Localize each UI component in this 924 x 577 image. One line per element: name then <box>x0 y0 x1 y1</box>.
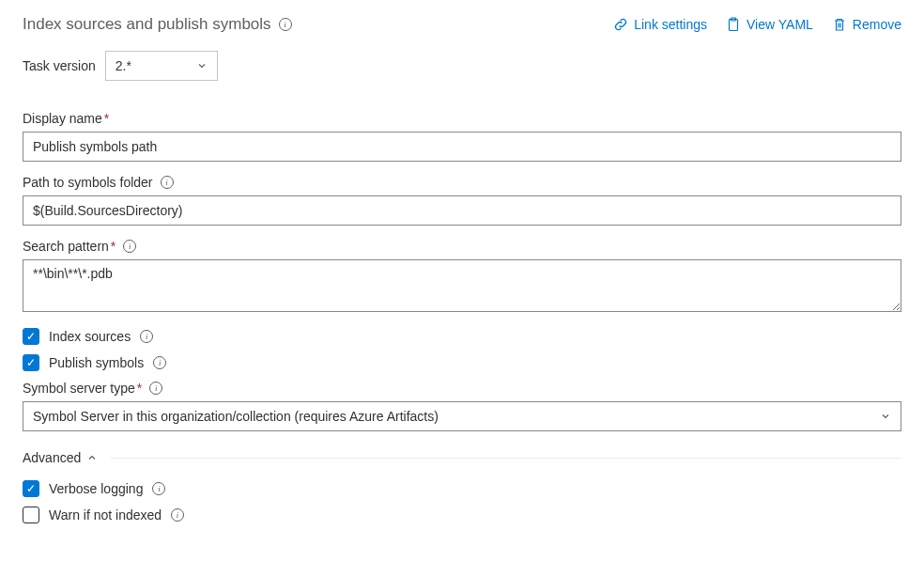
advanced-label: Advanced <box>23 450 81 465</box>
trash-icon <box>832 17 847 32</box>
symbol-server-type-value: Symbol Server in this organization/colle… <box>33 409 439 424</box>
info-icon[interactable]: i <box>152 482 165 495</box>
view-yaml-label: View YAML <box>747 17 813 32</box>
warn-if-not-indexed-checkbox[interactable] <box>23 507 39 523</box>
remove-button[interactable]: Remove <box>832 17 901 32</box>
path-to-symbols-label: Path to symbols folder <box>23 175 153 190</box>
info-icon[interactable]: i <box>279 18 292 31</box>
search-pattern-input[interactable] <box>23 259 901 312</box>
info-icon[interactable]: i <box>153 356 166 369</box>
info-icon[interactable]: i <box>171 508 184 522</box>
checkmark-icon: ✓ <box>26 357 36 368</box>
warn-if-not-indexed-label: Warn if not indexed <box>49 507 162 522</box>
view-yaml-button[interactable]: View YAML <box>726 17 813 32</box>
symbol-server-type-select[interactable]: Symbol Server in this organization/colle… <box>23 401 901 431</box>
page-title: Index sources and publish symbols <box>23 15 271 34</box>
info-icon[interactable]: i <box>149 382 162 395</box>
remove-label: Remove <box>853 17 901 32</box>
index-sources-checkbox[interactable]: ✓ <box>23 328 39 345</box>
info-icon[interactable]: i <box>140 330 153 343</box>
advanced-section-toggle[interactable]: Advanced <box>23 450 901 465</box>
section-divider <box>111 458 901 459</box>
checkmark-icon: ✓ <box>26 331 36 342</box>
chevron-down-icon <box>196 60 208 71</box>
index-sources-label: Index sources <box>49 329 131 344</box>
info-icon[interactable]: i <box>123 240 136 253</box>
display-name-input[interactable] <box>23 132 901 162</box>
verbose-logging-label: Verbose logging <box>49 481 143 496</box>
publish-symbols-checkbox[interactable]: ✓ <box>23 354 39 371</box>
info-icon[interactable]: i <box>161 176 174 189</box>
search-pattern-label: Search pattern* <box>23 239 116 254</box>
chevron-up-icon <box>86 452 98 463</box>
checkmark-icon: ✓ <box>26 483 36 494</box>
publish-symbols-label: Publish symbols <box>49 355 144 370</box>
task-version-label: Task version <box>23 58 96 73</box>
verbose-logging-checkbox[interactable]: ✓ <box>23 480 39 497</box>
display-name-label: Display name* <box>23 111 109 126</box>
link-settings-button[interactable]: Link settings <box>613 17 707 32</box>
clipboard-icon <box>726 17 741 32</box>
link-settings-label: Link settings <box>634 17 707 32</box>
link-icon <box>613 17 628 32</box>
chevron-down-icon <box>880 411 891 422</box>
task-version-select[interactable]: 2.* <box>105 51 218 81</box>
symbol-server-type-label: Symbol server type* <box>23 381 142 396</box>
path-to-symbols-input[interactable] <box>23 195 901 226</box>
task-version-value: 2.* <box>116 58 131 73</box>
